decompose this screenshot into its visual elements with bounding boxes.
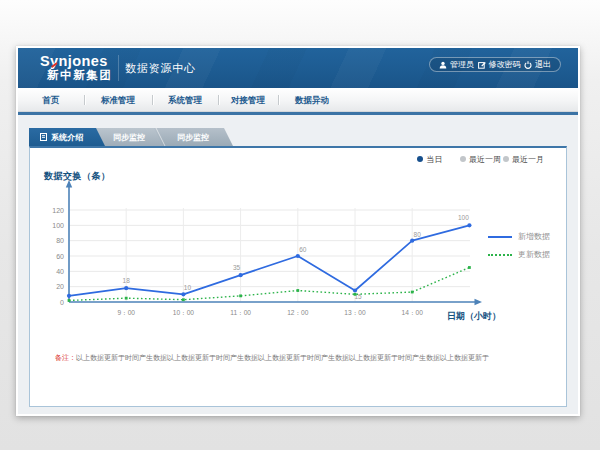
tab-system-intro[interactable]: 系统介绍 (29, 128, 105, 146)
x-axis-arrow (475, 299, 483, 305)
y-tick-label: 20 (56, 283, 64, 290)
data-point (124, 286, 128, 290)
tab-sync-monitor-1[interactable]: 同步监控 (95, 128, 163, 146)
data-point (68, 299, 71, 302)
x-tick-label: 9：00 (117, 309, 135, 316)
nav-item-data-change[interactable]: 数据异动 (278, 88, 346, 112)
document-icon (40, 133, 47, 141)
screenshot-stage: Synjones 新中新集团 数据资源中心 管理员 修改密码 退出 (0, 0, 600, 450)
user-toolbar: 管理员 修改密码 退出 (429, 57, 561, 72)
data-point (296, 254, 300, 258)
header-divider (118, 55, 119, 81)
nav-separator (84, 95, 85, 105)
current-user-label: 管理员 (450, 59, 474, 70)
y-tick-label: 40 (56, 268, 64, 275)
nav-item-standard-mgmt[interactable]: 标准管理 (84, 88, 152, 112)
nav-item-home[interactable]: 首页 (18, 88, 84, 112)
series-line-0 (69, 225, 469, 296)
main-nav: 首页 标准管理 系统管理 对接管理 数据异动 (18, 88, 578, 112)
data-point (296, 289, 299, 292)
legend-label: 新增数据 (518, 231, 550, 242)
nav-item-interface-mgmt[interactable]: 对接管理 (218, 88, 278, 112)
data-point-label: 18 (123, 277, 131, 284)
y-tick-label: 120 (52, 207, 64, 214)
nav-separator (278, 95, 279, 105)
change-password-label: 修改密码 (489, 59, 521, 70)
footnote-text: 以上数据更新于时间产生数据以上数据更新于时间产生数据以上数据更新于时间产生数据以… (76, 354, 489, 361)
data-point (67, 294, 71, 298)
data-point (467, 223, 471, 227)
data-point (468, 266, 471, 269)
data-point (411, 291, 414, 294)
x-tick-label: 14：00 (402, 309, 424, 316)
data-point (125, 297, 128, 300)
power-icon (524, 61, 532, 69)
nav-item-system-mgmt[interactable]: 系统管理 (152, 88, 218, 112)
data-point (239, 273, 243, 277)
current-user-button[interactable]: 管理员 (439, 59, 474, 70)
legend-item-update-data[interactable]: 更新数据 (488, 249, 550, 260)
x-tick-label: 12：00 (287, 309, 309, 316)
change-password-button[interactable]: 修改密码 (478, 59, 521, 70)
browser-page: Synjones 新中新集团 数据资源中心 管理员 修改密码 退出 (16, 46, 580, 416)
tab-label: 同步监控 (113, 132, 145, 143)
x-tick-label: 13：00 (344, 309, 366, 316)
y-tick-label: 80 (56, 237, 64, 244)
nav-separator (218, 95, 219, 105)
x-axis-title: 日期（小时） (447, 310, 501, 323)
legend-label: 更新数据 (518, 249, 550, 260)
edit-icon (478, 61, 486, 69)
data-point-label: 100 (458, 214, 469, 221)
y-tick-label: 0 (60, 299, 64, 306)
data-point (410, 239, 414, 243)
tab-label: 系统介绍 (51, 132, 83, 143)
data-point-label: 60 (299, 246, 307, 253)
tab-label: 同步监控 (177, 132, 209, 143)
y-tick-label: 60 (56, 253, 64, 260)
data-point (354, 293, 357, 296)
page-title: 数据资源中心 (125, 61, 196, 76)
footnote: 备注：以上数据更新于时间产生数据以上数据更新于时间产生数据以上数据更新于时间产生… (55, 353, 525, 363)
app-header: Synjones 新中新集团 数据资源中心 管理员 修改密码 退出 (18, 48, 578, 88)
footnote-prefix: 备注： (55, 354, 76, 361)
legend-item-new-data[interactable]: 新增数据 (488, 231, 550, 242)
chart-legend: 新增数据 更新数据 (488, 231, 550, 260)
user-icon (439, 61, 447, 69)
logout-label: 退出 (535, 59, 551, 70)
x-tick-label: 11：00 (230, 309, 251, 316)
data-point-label: 80 (414, 231, 422, 238)
data-point-label: 35 (233, 264, 241, 271)
tab-sync-monitor-2[interactable]: 同步监控 (153, 128, 233, 146)
data-point-label: 10 (184, 284, 192, 291)
y-axis-arrow (66, 180, 72, 188)
y-tick-label: 100 (52, 222, 64, 229)
nav-separator (152, 95, 153, 105)
logout-button[interactable]: 退出 (524, 59, 551, 70)
legend-line-dotted (488, 254, 512, 256)
x-tick-label: 10：00 (173, 309, 195, 316)
legend-line-solid (488, 236, 512, 238)
data-point (239, 294, 242, 297)
data-point (182, 298, 185, 301)
data-point (181, 292, 185, 296)
